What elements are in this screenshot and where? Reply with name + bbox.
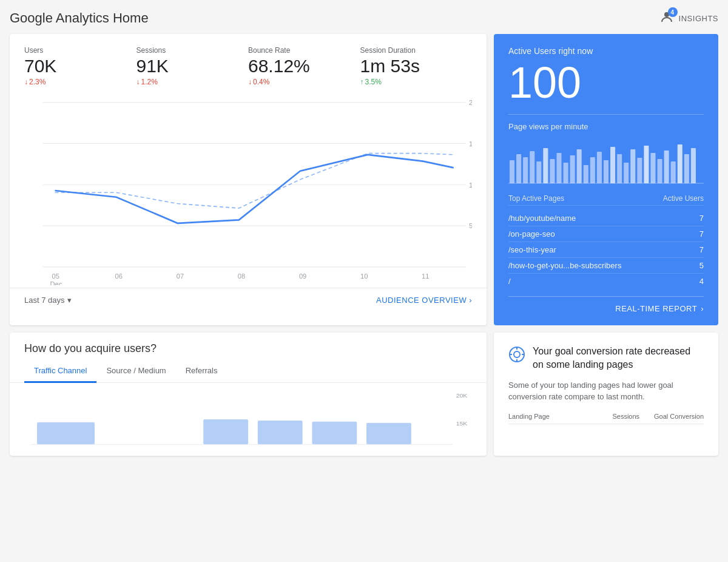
top-page-users: 7 (699, 229, 704, 239)
svg-rect-24 (543, 148, 548, 183)
insights-label: INSIGHTS (679, 14, 718, 23)
svg-rect-53 (312, 422, 357, 444)
top-page-row: /how-to-get-you...be-subscribers 5 (508, 258, 704, 274)
svg-rect-23 (536, 161, 541, 183)
metric-bounce: Bounce Rate 68.12% ↓ 0.4% (248, 46, 360, 86)
date-range-label: Last 7 days (24, 296, 65, 305)
page-title: Google Analytics Home (10, 10, 149, 26)
svg-rect-31 (590, 157, 595, 183)
sessions-label: Sessions (136, 46, 249, 55)
svg-rect-30 (584, 165, 588, 183)
svg-rect-40 (650, 153, 655, 183)
top-pages-col1: Top Active Pages (508, 194, 564, 203)
active-users-number: 100 (508, 61, 704, 104)
audience-overview-link[interactable]: AUDIENCE OVERVIEW › (376, 296, 472, 305)
svg-rect-34 (610, 147, 615, 183)
svg-rect-29 (577, 149, 582, 183)
metric-duration: Session Duration 1m 53s ↑ 3.5% (360, 46, 473, 86)
bounce-change: ↓ 0.4% (248, 78, 360, 86)
svg-rect-27 (564, 163, 568, 183)
svg-rect-39 (644, 146, 649, 183)
metric-users: Users 70K ↓ 2.3% (24, 46, 136, 86)
duration-arrow: ↑ (360, 78, 364, 86)
top-page-users: 4 (699, 277, 704, 286)
bounce-value: 68.12% (248, 57, 360, 75)
line-chart-area: 20K 15K 10K 5K 0 05 Dec 06 07 08 09 (10, 91, 487, 285)
insight-col2: Sessions (612, 413, 639, 420)
svg-text:09: 09 (299, 273, 306, 280)
svg-rect-44 (678, 144, 682, 183)
metrics-row: Users 70K ↓ 2.3% Sessions 91K ↓ 1.2% (10, 34, 487, 91)
top-page-users: 5 (699, 261, 704, 270)
top-page-row: /seo-this-year 7 (508, 242, 704, 258)
users-change-val: 2.3% (29, 78, 46, 86)
svg-rect-43 (671, 161, 676, 183)
bounce-arrow: ↓ (248, 78, 252, 86)
svg-text:Dec: Dec (50, 280, 62, 285)
line-chart-svg: 20K 15K 10K 5K 0 05 Dec 06 07 08 09 (24, 96, 472, 285)
metrics-chart-card: Users 70K ↓ 2.3% Sessions 91K ↓ 1.2% (10, 34, 487, 325)
svg-rect-32 (597, 152, 602, 183)
sessions-arrow: ↓ (136, 78, 140, 86)
svg-rect-22 (530, 151, 534, 183)
users-change: ↓ 2.3% (24, 78, 136, 86)
top-page-path: /hub/youtube/name (508, 214, 576, 223)
insight-table-header: Landing Page Sessions Goal Conversion (508, 413, 704, 424)
svg-rect-46 (691, 148, 696, 183)
realtime-arrow: › (701, 304, 704, 313)
users-arrow: ↓ (24, 78, 28, 86)
svg-point-57 (514, 351, 520, 357)
acquire-tabs: Traffic ChannelSource / MediumReferrals (10, 360, 487, 383)
top-page-row: /hub/youtube/name 7 (508, 211, 704, 226)
insights-button[interactable]: 4 INSIGHTS (658, 10, 718, 27)
svg-text:07: 07 (177, 273, 184, 280)
top-page-row: /on-page-seo 7 (508, 226, 704, 242)
active-users-card: Active Users right now 100 Page views pe… (494, 34, 718, 325)
realtime-report-link[interactable]: REAL-TIME REPORT › (508, 296, 704, 313)
svg-rect-35 (617, 154, 622, 183)
date-range-chevron: ▾ (67, 296, 72, 305)
audience-overview-label: AUDIENCE OVERVIEW (376, 296, 467, 305)
bounce-change-val: 0.4% (253, 78, 269, 86)
svg-text:20K: 20K (456, 392, 468, 398)
page-header: Google Analytics Home 4 INSIGHTS (10, 10, 718, 27)
svg-rect-21 (523, 157, 528, 183)
sessions-value: 91K (136, 57, 249, 75)
duration-label: Session Duration (360, 46, 473, 55)
bar-chart-svg (508, 136, 704, 185)
insight-col3: Goal Conversion (654, 413, 704, 420)
svg-rect-28 (570, 155, 575, 183)
svg-text:10: 10 (360, 273, 368, 280)
top-pages-list: /hub/youtube/name 7 /on-page-seo 7 /seo-… (508, 211, 704, 289)
top-page-path: /how-to-get-you...be-subscribers (508, 261, 621, 270)
acquire-tab-source-medium[interactable]: Source / Medium (96, 360, 175, 383)
svg-rect-25 (550, 159, 554, 183)
svg-text:08: 08 (238, 273, 245, 280)
svg-rect-41 (658, 159, 662, 183)
acquire-heading: How do you acquire users? (10, 333, 487, 355)
top-page-path: /seo-this-year (508, 245, 556, 254)
active-users-title: Active Users right now (508, 46, 704, 56)
top-page-users: 7 (699, 245, 704, 254)
duration-change: ↑ 3.5% (360, 78, 473, 86)
top-page-path: / (508, 277, 511, 286)
sessions-change-val: 1.2% (141, 78, 158, 86)
top-pages-header: Top Active Pages Active Users (508, 194, 704, 206)
duration-value: 1m 53s (360, 57, 473, 75)
svg-rect-51 (203, 419, 248, 444)
insight-card: Your goal conversion rate decreased on s… (494, 333, 718, 456)
acquire-tab-traffic-channel[interactable]: Traffic Channel (24, 360, 96, 383)
insight-icon (508, 346, 525, 367)
chart-footer: Last 7 days ▾ AUDIENCE OVERVIEW › (10, 288, 487, 312)
acquire-card: How do you acquire users? Traffic Channe… (10, 333, 487, 456)
svg-rect-36 (624, 163, 629, 183)
svg-rect-54 (366, 423, 411, 445)
sessions-change: ↓ 1.2% (136, 78, 249, 86)
date-range-button[interactable]: Last 7 days ▾ (24, 296, 72, 305)
svg-text:15K: 15K (456, 420, 468, 426)
acquire-tab-referrals[interactable]: Referrals (176, 360, 228, 383)
svg-rect-52 (258, 421, 303, 444)
svg-rect-42 (664, 151, 669, 183)
users-label: Users (24, 46, 136, 55)
insight-header: Your goal conversion rate decreased on s… (508, 345, 704, 372)
